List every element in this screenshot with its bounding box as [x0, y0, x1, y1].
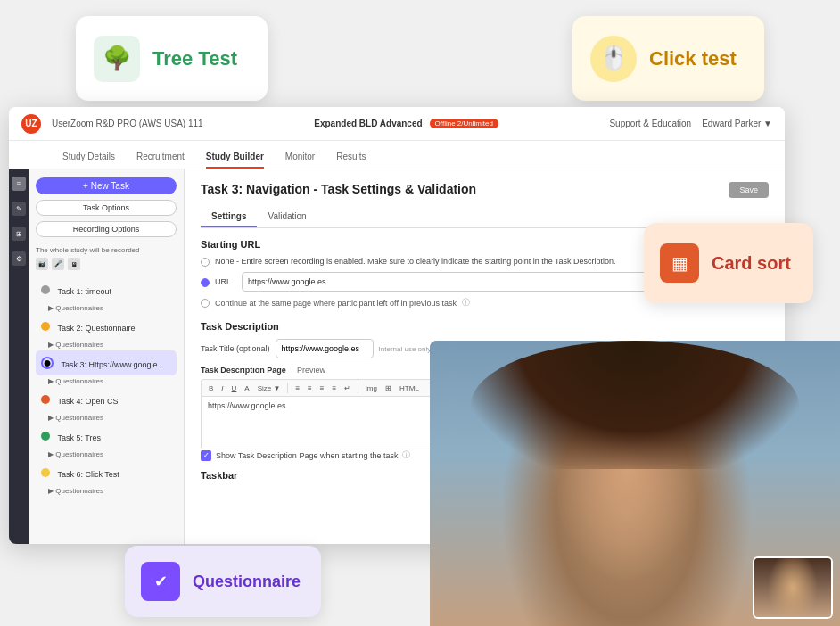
sidebar: ≡ ✎ ⊞ ⚙ — [9, 169, 29, 544]
toolbar-html[interactable]: HTML — [397, 383, 422, 393]
info-icon: ⓘ — [462, 297, 470, 309]
study-name: Expanded BLD Advanced — [314, 119, 422, 128]
toolbar-align-right[interactable]: ≡ — [317, 383, 327, 393]
questionnaire-icon: ✔ — [141, 562, 180, 601]
recording-options-button[interactable]: Recording Options — [36, 221, 177, 237]
click-test-card[interactable]: 🖱️ Click test — [572, 16, 764, 101]
radio-url[interactable] — [201, 278, 210, 287]
recording-note: The whole study will be recorded — [36, 246, 177, 254]
hair — [471, 341, 799, 469]
toolbar-underline[interactable]: U — [229, 383, 240, 393]
continue-text: Continue at the same page where particip… — [215, 299, 457, 308]
task-subitem-2[interactable]: ▶ Questionnaires — [36, 341, 177, 349]
new-task-button[interactable]: + New Task — [36, 177, 177, 194]
toolbar-table[interactable]: ⊞ — [383, 383, 394, 393]
task-subitem-5[interactable]: ▶ Questionnaires — [36, 450, 177, 458]
tab-validation[interactable]: Validation — [257, 207, 317, 227]
toolbar-font-color[interactable]: A — [242, 383, 251, 393]
toolbar-enter[interactable]: ↵ — [342, 383, 353, 393]
desc-tab-preview[interactable]: Preview — [297, 366, 325, 375]
task-panel: + New Task Task Options Recording Option… — [29, 169, 185, 544]
radio-continue[interactable] — [201, 299, 210, 308]
offline-badge: Offline 2/Unlimited — [430, 119, 498, 128]
study-info: Expanded BLD Advanced Offline 2/Unlimite… — [314, 119, 498, 128]
mini-face — [754, 558, 831, 617]
app-brand: UserZoom R&D PRO (AWS USA) 111 — [52, 119, 203, 128]
desc-tab-page[interactable]: Task Description Page — [201, 366, 286, 375]
tab-study-builder[interactable]: Study Builder — [206, 152, 264, 169]
task-item-6[interactable]: Task 6: Click Test — [36, 460, 177, 485]
radio-none-text: None - Entire screen recording is enable… — [215, 257, 616, 266]
sidebar-edit-icon[interactable]: ✎ — [12, 202, 26, 216]
save-button[interactable]: Save — [729, 182, 769, 198]
card-sort-label: Card sort — [712, 253, 791, 274]
tree-test-card[interactable]: 🌳 Tree Test — [76, 16, 268, 101]
task-item-4[interactable]: Task 4: Open CS — [36, 387, 177, 412]
click-test-label: Click test — [649, 47, 737, 70]
top-nav-right: Support & Education Edward Parker ▼ — [609, 119, 772, 128]
task-item-2[interactable]: Task 2: Questionnaire — [36, 314, 177, 339]
toolbar-align-left[interactable]: ≡ — [292, 383, 302, 393]
show-desc-info: ⓘ — [402, 449, 410, 461]
show-desc-checkbox[interactable]: ✓ — [201, 450, 211, 461]
sidebar-grid-icon[interactable]: ⊞ — [12, 227, 26, 241]
toolbar-size[interactable]: Size ▼ — [255, 383, 284, 393]
task-description-label: Task Description — [201, 321, 769, 332]
photo-mini — [753, 556, 833, 619]
rec-icon-cam: 📷 — [36, 258, 48, 270]
tab-monitor[interactable]: Monitor — [285, 152, 315, 169]
sidebar-home-icon[interactable]: ≡ — [12, 177, 26, 191]
recording-icons: 📷 🎤 🖥 — [36, 258, 177, 270]
task-item-1[interactable]: Task 1: timeout — [36, 277, 177, 302]
task-subitem-4[interactable]: ▶ Questionnaires — [36, 414, 177, 422]
tab-recruitment[interactable]: Recruitment — [136, 152, 185, 169]
task-options-button[interactable]: Task Options — [36, 200, 177, 216]
task-item-5[interactable]: Task 5: Tres — [36, 424, 177, 449]
support-link[interactable]: Support & Education — [609, 119, 691, 128]
task-subitem-1[interactable]: ▶ Questionnaires — [36, 304, 177, 312]
toolbar-align-center[interactable]: ≡ — [305, 383, 315, 393]
task-title-input[interactable] — [276, 339, 374, 358]
questionnaire-label: Questionnaire — [193, 572, 301, 591]
page-title: Task 3: Navigation - Task Settings & Val… — [201, 182, 769, 196]
tree-test-label: Tree Test — [152, 47, 237, 70]
rec-icon-mic: 🎤 — [52, 258, 64, 270]
tree-test-icon: 🌳 — [94, 36, 140, 82]
toolbar-italic[interactable]: I — [218, 383, 226, 393]
userzoom-logo: UZ — [21, 114, 41, 134]
toolbar-bold[interactable]: B — [206, 383, 216, 393]
card-sort-card[interactable]: ▦ Card sort — [644, 223, 813, 303]
card-sort-icon: ▦ — [660, 243, 699, 283]
sidebar-settings-icon[interactable]: ⚙ — [12, 251, 26, 266]
url-label: URL — [215, 277, 236, 286]
click-test-icon: 🖱️ — [590, 36, 637, 82]
tab-study-details[interactable]: Study Details — [62, 152, 115, 169]
task-item-3[interactable]: ● Task 3: Https://www.google... — [36, 350, 177, 375]
toolbar-img[interactable]: img — [363, 383, 380, 393]
user-menu[interactable]: Edward Parker ▼ — [702, 119, 772, 128]
task-title-label: Task Title (optional) — [201, 344, 270, 353]
task-subitem-3[interactable]: ▶ Questionnaires — [36, 377, 177, 385]
rec-icon-screen: 🖥 — [68, 258, 80, 270]
tab-settings[interactable]: Settings — [201, 207, 257, 227]
toolbar-sep-2 — [358, 383, 358, 393]
radio-none[interactable] — [201, 258, 210, 267]
secondary-nav: Study Details Recruitment Study Builder … — [9, 141, 785, 169]
tab-results[interactable]: Results — [336, 152, 366, 169]
toolbar-sep-1 — [287, 383, 288, 393]
toolbar-align-justify[interactable]: ≡ — [329, 383, 339, 393]
task-subitem-6[interactable]: ▶ Questionnaires — [36, 487, 177, 495]
top-nav: UZ UserZoom R&D PRO (AWS USA) 111 Expand… — [9, 107, 785, 141]
photo-overlay — [430, 341, 840, 626]
show-desc-text: Show Task Description Page when starting… — [216, 451, 398, 460]
questionnaire-card[interactable]: ✔ Questionnaire — [125, 546, 321, 617]
